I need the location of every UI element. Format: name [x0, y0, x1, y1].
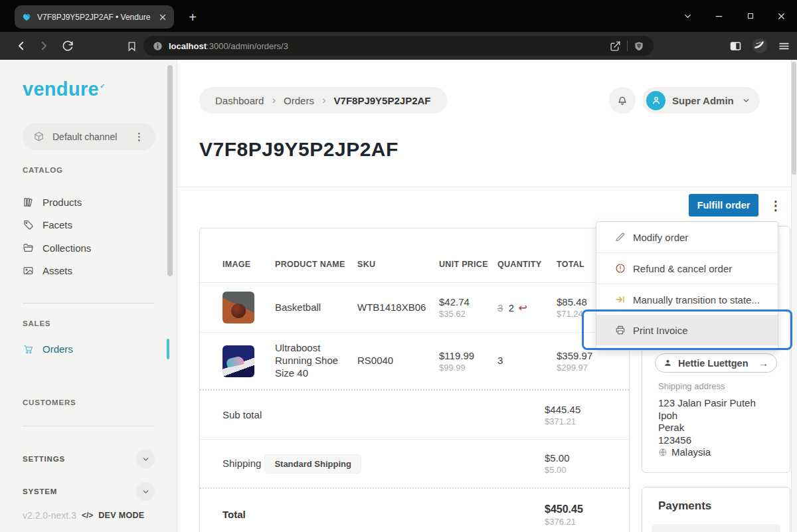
- brave-leo-icon[interactable]: [751, 37, 768, 54]
- quantity-modified-icon: ↩: [519, 302, 527, 313]
- browser-tab[interactable]: V7F8PJ9Y5P2JP2AF • Vendure: [15, 5, 174, 29]
- sidebar-item-label: Products: [43, 197, 82, 208]
- site-info-icon[interactable]: [153, 41, 163, 51]
- screenshot-root: V7F8PJ9Y5P2JP2AF • Vendure +: [0, 0, 797, 532]
- menu-item-manually-transition[interactable]: Manually transition to state...: [596, 284, 778, 315]
- notifications-button[interactable]: [609, 87, 636, 114]
- browser-toolbar: localhost:3000/admin/orders/3: [0, 32, 797, 60]
- column-header-quantity: QUANTITY: [497, 260, 557, 269]
- sidebar-item-orders[interactable]: Orders: [23, 337, 73, 360]
- unit-price-cell: $119.99 $99.99: [439, 350, 497, 373]
- sidebar-item-products[interactable]: Products: [23, 191, 82, 213]
- subtotal-value: $445.45: [545, 404, 618, 415]
- menu-item-label: Manually transition to state...: [633, 294, 760, 306]
- address-line: Ipoh: [658, 410, 756, 422]
- shipping-address: 123 Jalan Pasir Puteh Ipoh Perak 123456 …: [658, 397, 756, 459]
- chevron-down-icon[interactable]: [136, 482, 155, 501]
- quantity-updated: 2: [509, 302, 514, 313]
- order-total-cell: $450.45 $376.21: [545, 503, 618, 527]
- share-icon[interactable]: [610, 41, 621, 52]
- sidebar-scrollbar[interactable]: [167, 65, 173, 276]
- page-scrollbar-thumb[interactable]: [792, 62, 796, 175]
- reload-icon[interactable]: [60, 38, 76, 54]
- unit-price-net: $99.99: [439, 363, 497, 373]
- product-image[interactable]: [222, 345, 254, 377]
- user-menu[interactable]: Super Admin: [642, 87, 760, 114]
- orders-cart-icon: [23, 343, 34, 355]
- sidebar-item-facets[interactable]: Facets: [23, 213, 72, 236]
- assets-icon: [23, 265, 34, 276]
- brave-shield-icon[interactable]: [634, 41, 644, 52]
- arrow-right-icon: →: [758, 357, 768, 369]
- menu-item-modify-order[interactable]: Modify order: [596, 222, 778, 252]
- channel-menu-icon[interactable]: ⋮: [134, 131, 145, 143]
- avatar: [646, 91, 665, 110]
- browser-menu-icon[interactable]: [778, 40, 790, 52]
- unit-price: $42.74: [439, 296, 497, 308]
- customer-link[interactable]: Hettie Luettgen →: [655, 353, 777, 373]
- url-text: localhost:3000/admin/orders/3: [169, 41, 288, 51]
- product-image[interactable]: [222, 292, 254, 323]
- back-icon[interactable]: [13, 38, 29, 54]
- fulfill-order-button[interactable]: Fulfill order: [689, 194, 758, 217]
- shipping-value: $5.00: [545, 452, 618, 464]
- column-header-image: IMAGE: [222, 260, 275, 269]
- bookmark-icon[interactable]: [124, 38, 139, 54]
- chevron-down-icon[interactable]: [136, 450, 155, 468]
- window-maximize-icon[interactable]: [735, 0, 766, 32]
- payments-card: Payments: [642, 487, 790, 532]
- channel-selector[interactable]: Default channel ⋮: [23, 123, 155, 150]
- product-name: Basketball: [275, 302, 357, 314]
- vendure-logo[interactable]: vendure✓: [23, 78, 106, 100]
- more-actions-button[interactable]: ⋮: [764, 194, 787, 217]
- sidebar-group-settings[interactable]: SETTINGS: [23, 448, 155, 470]
- sidebar-item-label: Assets: [43, 265, 72, 276]
- menu-item-refund-cancel[interactable]: Refund & cancel order: [596, 253, 778, 284]
- shipping-address-label: Shipping address: [658, 381, 725, 391]
- browser-titlebar: V7F8PJ9Y5P2JP2AF • Vendure +: [0, 0, 797, 32]
- breadcrumb-current: V7F8PJ9Y5P2JP2AF: [334, 95, 431, 106]
- url-path: :3000/admin/orders/3: [207, 41, 288, 51]
- channel-label: Default channel: [52, 132, 117, 142]
- table-row: Basketball WTB1418XB06 $42.74 $35.62 3 2…: [200, 283, 629, 333]
- address-line: 123 Jalan Pasir Puteh: [658, 397, 756, 410]
- order-actions-menu: Modify order Refund & cancel order Manua…: [596, 221, 778, 351]
- vendure-favicon-icon: [21, 12, 32, 23]
- cube-icon: [33, 131, 44, 142]
- header-divider: [177, 187, 797, 187]
- url-bar[interactable]: localhost:3000/admin/orders/3: [143, 36, 654, 56]
- window-close-icon[interactable]: [766, 0, 797, 32]
- window-minimize-icon[interactable]: [703, 0, 735, 32]
- side-panel-icon[interactable]: [729, 41, 742, 52]
- warning-circle-icon: [615, 263, 626, 274]
- section-label-catalog: CATALOG: [23, 166, 63, 174]
- quantity-cell: 3: [497, 355, 557, 367]
- new-tab-button[interactable]: +: [183, 8, 202, 27]
- bell-icon: [616, 94, 628, 106]
- column-header-product-name: PRODUCT NAME: [275, 260, 357, 269]
- line-total: $359.97: [557, 350, 618, 361]
- shipping-method-chip: Standard Shipping: [265, 455, 361, 473]
- column-header-sku: SKU: [357, 260, 439, 269]
- forward-icon[interactable]: [36, 38, 52, 54]
- payment-item: [652, 524, 780, 532]
- breadcrumb-separator-icon: ›: [322, 94, 326, 107]
- sidebar-item-assets[interactable]: Assets: [23, 259, 72, 282]
- printer-icon: [615, 325, 626, 335]
- menu-item-print-invoice[interactable]: Print Invoice: [596, 315, 778, 345]
- line-total-net: $299.97: [557, 363, 618, 373]
- vendure-logo-text: vendure: [23, 78, 99, 100]
- payments-title: Payments: [658, 499, 711, 513]
- tab-search-chevron-icon[interactable]: [672, 0, 703, 32]
- breadcrumb-orders[interactable]: Orders: [284, 95, 314, 106]
- sidebar: vendure✓ Default channel ⋮ CATALOG Produ…: [0, 60, 177, 532]
- version-label: v2.2.0-next.3: [23, 510, 76, 521]
- tab-close-icon[interactable]: [158, 13, 167, 22]
- sidebar-item-collections[interactable]: Collections: [23, 236, 91, 259]
- sidebar-group-system[interactable]: SYSTEM: [23, 480, 155, 503]
- active-nav-indicator: [167, 339, 169, 359]
- globe-icon: [658, 448, 667, 457]
- page-scrollbar[interactable]: [791, 60, 797, 532]
- breadcrumb-dashboard[interactable]: Dashboard: [215, 95, 264, 106]
- subtotal-label: Sub total: [222, 407, 262, 422]
